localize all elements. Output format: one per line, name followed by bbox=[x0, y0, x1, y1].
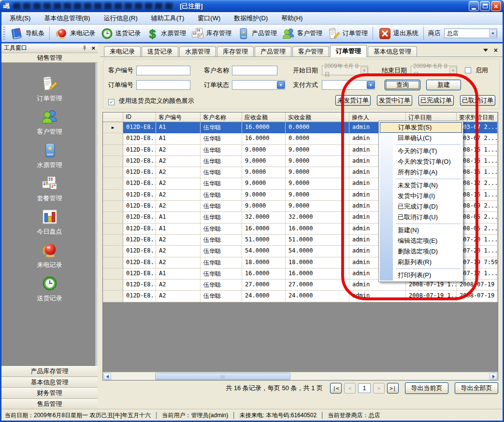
order-status-filter-button[interactable]: 未发货订单 bbox=[335, 95, 371, 106]
row-selector[interactable] bbox=[103, 133, 123, 144]
horizontal-scrollbar[interactable] bbox=[103, 372, 498, 380]
sidebar-section-sales[interactable]: 销售管理 bbox=[1, 53, 98, 63]
sidebar-item[interactable]: 今日盘点 bbox=[1, 208, 98, 236]
tab[interactable]: 来电记录 bbox=[104, 46, 141, 56]
tab[interactable]: 水票管理 bbox=[179, 46, 216, 56]
row-selector[interactable] bbox=[103, 145, 123, 156]
order-no-input[interactable] bbox=[136, 80, 190, 90]
menu-item[interactable]: 窗口(W) bbox=[191, 12, 227, 24]
export-current-page-button[interactable]: 导出当前页 bbox=[405, 382, 448, 394]
column-header[interactable]: 客户名称 bbox=[201, 113, 242, 122]
toolbar-button[interactable]: 送货记录 bbox=[98, 26, 143, 42]
sidebar-section-button[interactable]: 售后管理 bbox=[1, 399, 98, 410]
menu-item[interactable]: 基本信息管理(B) bbox=[37, 12, 97, 24]
tab[interactable]: 客户管理 bbox=[292, 46, 329, 56]
row-selector[interactable] bbox=[103, 246, 123, 257]
customer-name-input[interactable] bbox=[232, 66, 277, 75]
row-selector[interactable] bbox=[103, 178, 123, 189]
menu-item[interactable]: 运行信息(R) bbox=[97, 12, 144, 24]
sidebar-item[interactable]: 客户管理 bbox=[1, 108, 98, 136]
end-date-picker[interactable]: 2009年 6月 8日 ▼ bbox=[411, 66, 457, 75]
tab[interactable]: 产品管理 bbox=[255, 46, 291, 56]
close-panel-icon[interactable]: × bbox=[91, 44, 95, 52]
export-all-pages-button[interactable]: 导出全部页 bbox=[455, 382, 498, 394]
row-selector[interactable] bbox=[103, 268, 123, 280]
order-status-filter-button[interactable]: 发货中订单 bbox=[377, 95, 412, 106]
column-header[interactable]: ID bbox=[123, 113, 156, 122]
context-menu-item[interactable]: 订单发货(S) bbox=[380, 122, 462, 133]
enable-checkbox[interactable] bbox=[465, 67, 471, 73]
row-selector[interactable] bbox=[103, 235, 123, 246]
maximize-button[interactable] bbox=[480, 1, 490, 11]
menu-item[interactable]: 帮助(H) bbox=[274, 12, 309, 24]
menu-item[interactable]: 数据维护(D) bbox=[227, 12, 274, 24]
context-menu-item[interactable]: 刷新列表(R) bbox=[380, 257, 462, 267]
toolbar-button[interactable] bbox=[423, 27, 424, 40]
prev-page-button[interactable]: < bbox=[344, 383, 356, 394]
column-header[interactable]: 实收金额 bbox=[286, 113, 349, 122]
shop-select[interactable]: 总店 ▼ bbox=[444, 28, 497, 38]
sidebar-item[interactable]: 套餐管理 bbox=[1, 174, 98, 203]
next-page-button[interactable]: > bbox=[373, 383, 385, 394]
toolbar-button[interactable]: 水票管理 bbox=[143, 26, 188, 42]
context-menu-item[interactable]: 今天的订单(T) bbox=[380, 146, 462, 156]
last-page-button[interactable]: >| bbox=[387, 383, 399, 394]
start-date-picker[interactable]: 2009年 6月 8日 ▼ bbox=[322, 66, 368, 75]
delivery-color-checkbox[interactable]: ✓ bbox=[108, 99, 115, 105]
toolbar-button[interactable]: 导航条 bbox=[8, 26, 47, 42]
toolbar-button[interactable]: 退出系统 bbox=[375, 26, 421, 42]
first-page-button[interactable]: |< bbox=[330, 383, 342, 394]
toolbar-button[interactable]: 客户管理 bbox=[279, 26, 325, 42]
row-selector[interactable] bbox=[103, 167, 123, 178]
sidebar-section-button[interactable]: 财务管理 bbox=[1, 388, 98, 399]
row-selector[interactable] bbox=[103, 201, 123, 212]
context-menu-item[interactable]: 发货中订单(I) bbox=[380, 191, 462, 201]
tab-close-icon[interactable]: × bbox=[494, 47, 498, 54]
toolbar-button[interactable]: 产品管理 bbox=[234, 26, 279, 42]
sidebar-section-button[interactable]: 基本信息管理 bbox=[1, 377, 98, 388]
context-menu-item[interactable]: 已完成订单(D) bbox=[380, 201, 462, 212]
tab[interactable]: 库存管理 bbox=[217, 46, 254, 56]
tab[interactable]: 送货记录 bbox=[142, 46, 178, 56]
sidebar-scrollbar[interactable] bbox=[95, 63, 98, 366]
menu-item[interactable]: 系统(S) bbox=[3, 12, 37, 24]
context-menu-item[interactable]: 所有的订单(A) bbox=[380, 167, 462, 178]
toolbar-button[interactable]: 订单管理 bbox=[325, 26, 370, 42]
row-selector[interactable] bbox=[103, 291, 123, 302]
sidebar-item[interactable]: 订单管理 bbox=[1, 74, 98, 103]
close-button[interactable]: × bbox=[491, 1, 501, 11]
context-menu-item[interactable]: 打印列表(P) bbox=[380, 270, 462, 281]
order-status-filter-button[interactable]: 已取消订单 bbox=[460, 95, 495, 106]
customer-no-input[interactable] bbox=[136, 66, 190, 75]
sidebar-item[interactable]: 来电记录 bbox=[1, 241, 98, 269]
pin-icon[interactable] bbox=[81, 45, 88, 52]
toolbar-button[interactable] bbox=[49, 27, 50, 40]
menu-item[interactable]: 辅助工具(T) bbox=[144, 12, 191, 24]
row-selector[interactable] bbox=[103, 280, 123, 291]
sidebar-item[interactable]: 送货记录 bbox=[1, 274, 98, 303]
sidebar-section-button[interactable]: 产品库存管理 bbox=[1, 366, 98, 377]
row-selector[interactable] bbox=[103, 224, 123, 235]
query-button[interactable]: 查询 bbox=[385, 80, 420, 90]
scroll-left-icon[interactable] bbox=[103, 373, 111, 380]
row-selector[interactable] bbox=[103, 257, 123, 268]
column-header[interactable]: 应收金额 bbox=[242, 113, 286, 122]
context-menu-item[interactable]: 今天的发货订单(O) bbox=[380, 156, 462, 167]
row-selector[interactable] bbox=[103, 122, 123, 133]
order-status-select[interactable]: ▼ bbox=[232, 80, 285, 90]
row-selector[interactable] bbox=[103, 156, 123, 167]
context-menu-item[interactable]: 已取消订单(U) bbox=[380, 212, 462, 223]
order-status-filter-button[interactable]: 已完成订单 bbox=[418, 95, 454, 106]
toolbar-button[interactable] bbox=[373, 27, 373, 40]
row-selector[interactable] bbox=[103, 190, 123, 201]
context-menu-item[interactable]: 回单确认(C) bbox=[380, 133, 462, 143]
column-header[interactable]: 客户编号 bbox=[156, 113, 201, 122]
tab[interactable]: 订单管理 bbox=[330, 45, 367, 57]
table-row[interactable]: 012D-E8... A2 伍华聪 24.0000 24.0000 admin … bbox=[103, 291, 498, 302]
pay-method-select[interactable]: ▼ bbox=[322, 80, 375, 90]
new-button[interactable]: 新建 bbox=[426, 80, 461, 90]
tab-list-dropdown-icon[interactable] bbox=[483, 49, 488, 52]
context-menu-item[interactable]: 删除选定项(D) bbox=[380, 246, 462, 257]
toolbar-button[interactable]: 库存管理 bbox=[188, 26, 234, 42]
row-selector[interactable] bbox=[103, 212, 123, 223]
